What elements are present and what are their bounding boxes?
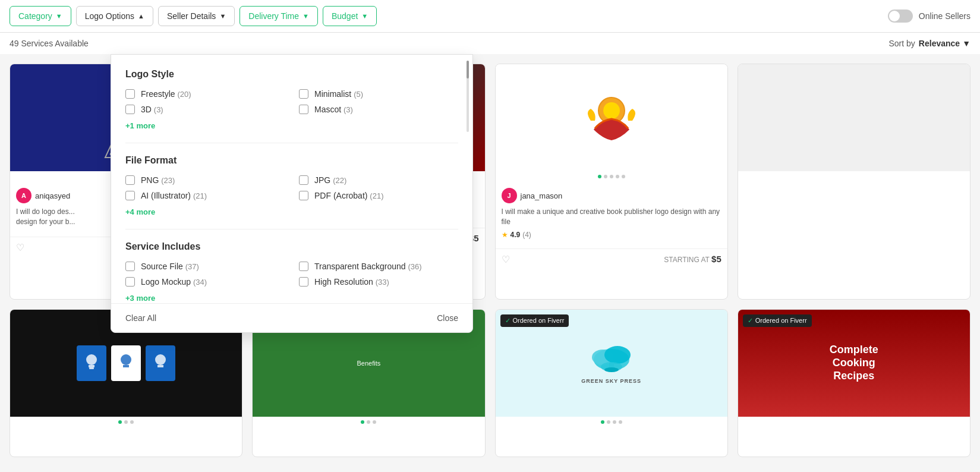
salt-logo-3 [146, 345, 175, 381]
dot [373, 420, 376, 424]
card-7: ✓ Ordered on Fiverr GREEN SKY PRESS [495, 309, 728, 457]
checkbox-high-res[interactable] [299, 277, 308, 287]
close-button[interactable]: Close [437, 313, 458, 323]
option-ai[interactable]: AI (Illustrator) (21) [125, 191, 285, 200]
svg-point-5 [86, 354, 97, 365]
jpg-label: JPG (22) [314, 175, 346, 185]
option-logo-mockup[interactable]: Logo Mockup (34) [125, 277, 285, 287]
price-value: $5 [711, 254, 721, 264]
option-jpg[interactable]: JPG (22) [299, 175, 458, 185]
salt-logo-1 [77, 345, 106, 381]
logo-options-button[interactable]: Logo Options ▲ [76, 6, 153, 26]
file-format-options: PNG (23) JPG (22) AI (Illustrator) (21) [125, 175, 458, 200]
svg-point-17 [604, 367, 619, 372]
checkbox-mascot[interactable] [299, 105, 308, 114]
checkbox-freestyle[interactable] [125, 89, 135, 99]
checkbox-3d[interactable] [125, 105, 135, 114]
svg-rect-6 [89, 365, 94, 367]
divider-1 [125, 143, 458, 143]
file-format-title: File Format [125, 155, 458, 166]
delivery-time-button[interactable]: Delivery Time ▼ [240, 6, 318, 26]
more-format-link[interactable]: +4 more [125, 207, 155, 216]
green-sky-label: GREEN SKY PRESS [581, 378, 641, 384]
clear-all-button[interactable]: Clear All [125, 313, 156, 323]
dot [607, 420, 610, 424]
option-pdf[interactable]: PDF (Acrobat) (21) [299, 191, 458, 200]
dot [616, 175, 619, 178]
ordered-badge-8: ✓ Ordered on Fiverr [743, 314, 812, 327]
service-includes-title: Service Includes [125, 241, 458, 252]
option-source-file[interactable]: Source File (37) [125, 262, 285, 271]
sort-label: Sort by [889, 39, 915, 48]
svg-point-8 [121, 354, 131, 365]
budget-button[interactable]: Budget ▼ [323, 6, 377, 26]
online-sellers-toggle[interactable] [888, 10, 913, 23]
top-bar: Category ▼ Logo Options ▲ Seller Details… [0, 0, 980, 33]
checkbox-source-file[interactable] [125, 262, 135, 271]
logo-mockup-label: Logo Mockup (34) [141, 277, 207, 287]
heart-icon[interactable]: ♡ [16, 242, 24, 253]
wisdom-logo-icon [582, 88, 641, 147]
dot [622, 175, 625, 178]
checkbox-pdf[interactable] [299, 191, 308, 200]
checkbox-ai[interactable] [125, 191, 135, 200]
sub-bar: 49 Services Available Sort by Relevance … [0, 33, 980, 54]
seller-details-label: Seller Details [167, 11, 216, 21]
lightbulb-icon-3 [152, 353, 169, 373]
dot [130, 420, 134, 424]
seller-details-chevron-icon: ▼ [219, 12, 226, 20]
checkbox-minimalist[interactable] [299, 89, 308, 99]
logo-options-dropdown: Logo Style Freestyle (20) Minimalist (5) [111, 54, 473, 333]
option-png[interactable]: PNG (23) [125, 175, 285, 185]
services-count: 49 Services Available [10, 39, 89, 48]
freestyle-label: Freestyle (20) [141, 89, 191, 99]
check-icon: ✓ [748, 317, 753, 325]
option-high-res[interactable]: High Resolution (33) [299, 277, 458, 287]
card-8: ✓ Ordered on Fiverr CompleteCookingRecip… [738, 309, 970, 457]
checkbox-jpg[interactable] [299, 175, 308, 185]
panel-footer: Clear All Close [111, 303, 472, 332]
rating-value: 4.9 [511, 231, 521, 239]
check-icon: ✓ [505, 317, 511, 325]
avatar: J [502, 188, 517, 203]
budget-chevron-icon: ▼ [361, 12, 368, 20]
option-freestyle[interactable]: Freestyle (20) [125, 89, 285, 99]
card-3-image [496, 64, 727, 171]
option-transparent-bg[interactable]: Transparent Background (36) [299, 262, 458, 271]
sort-button[interactable]: Relevance ▼ [919, 39, 970, 48]
option-3d[interactable]: 3D (3) [125, 105, 285, 114]
mascot-label: Mascot (3) [314, 105, 353, 114]
ordered-label: Ordered on Fiverr [513, 317, 565, 324]
service-includes-options: Source File (37) Transparent Background … [125, 262, 458, 287]
logo-options-chevron-icon: ▲ [138, 12, 144, 20]
dot [610, 175, 613, 178]
scroll-thumb[interactable] [467, 61, 469, 78]
dot [124, 420, 128, 424]
card-3-body: J jana_mason I will make a unique and cr… [496, 182, 727, 248]
ordered-badge-7: ✓ Ordered on Fiverr [500, 314, 569, 327]
checkbox-png[interactable] [125, 175, 135, 185]
price-area: STARTING AT $5 [664, 254, 721, 265]
sort-chevron-icon: ▼ [962, 39, 970, 48]
rating-count: (4) [522, 231, 531, 239]
heart-icon[interactable]: ♡ [502, 254, 510, 265]
more-style-link[interactable]: +1 more [125, 121, 155, 130]
logo-style-options: Freestyle (20) Minimalist (5) 3D (3) [125, 89, 458, 114]
option-minimalist[interactable]: Minimalist (5) [299, 89, 458, 99]
checkbox-transparent-bg[interactable] [299, 262, 308, 271]
svg-rect-7 [89, 367, 94, 369]
category-button[interactable]: Category ▼ [10, 6, 71, 26]
card-3: J jana_mason I will make a unique and cr… [495, 64, 728, 300]
rating-row: ★ 4.9 (4) [502, 231, 721, 239]
transparent-bg-label: Transparent Background (36) [314, 262, 422, 271]
sort-value: Relevance [919, 39, 960, 48]
more-service-link[interactable]: +3 more [125, 294, 155, 303]
svg-point-14 [604, 346, 631, 364]
option-mascot[interactable]: Mascot (3) [299, 105, 458, 114]
png-label: PNG (23) [141, 175, 175, 185]
checkbox-logo-mockup[interactable] [125, 277, 135, 287]
card-4 [738, 64, 970, 300]
seller-details-button[interactable]: Seller Details ▼ [158, 6, 235, 26]
lightbulb-icon [83, 353, 100, 373]
3d-label: 3D (3) [141, 105, 163, 114]
